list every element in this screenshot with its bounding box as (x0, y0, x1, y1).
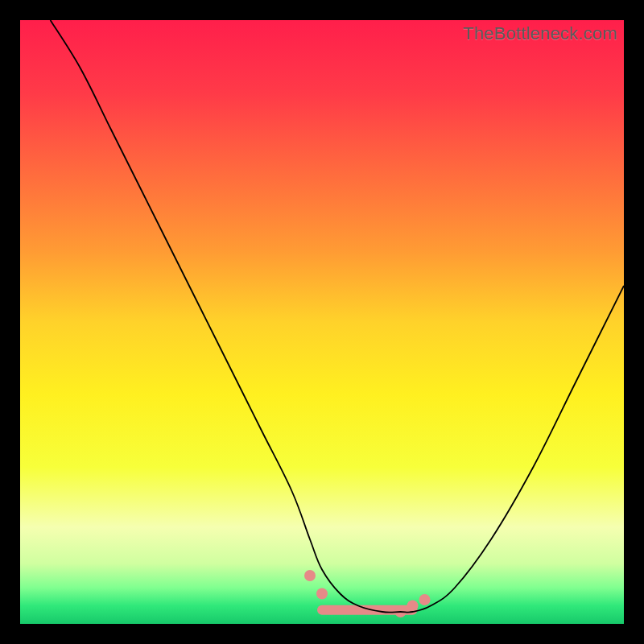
chart-canvas (20, 20, 624, 624)
chart-frame: TheBottleneck.com (20, 20, 624, 624)
svg-point-5 (419, 594, 431, 605)
svg-point-2 (316, 588, 328, 600)
gradient-background (20, 20, 624, 624)
svg-point-4 (407, 601, 419, 612)
svg-point-1 (304, 570, 316, 581)
watermark-text: TheBottleneck.com (463, 23, 617, 44)
